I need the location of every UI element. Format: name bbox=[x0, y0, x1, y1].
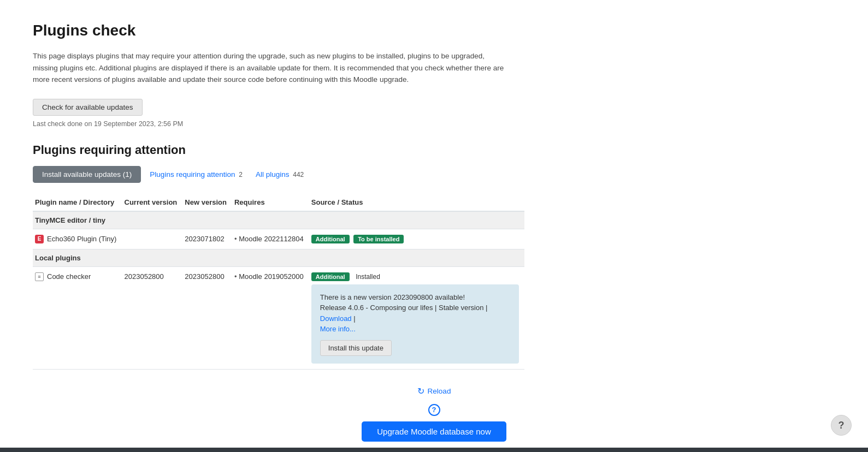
col-status: Source / Status bbox=[309, 194, 524, 211]
page-title: Plugins check bbox=[33, 22, 835, 39]
reload-label: Reload bbox=[428, 387, 451, 395]
col-new: New version bbox=[182, 194, 232, 211]
table-row: ≡ Code checker 2023052800 2023052800 Moo… bbox=[33, 266, 524, 369]
require-item: Moodle 2022112804 bbox=[234, 235, 304, 243]
tab-requiring-attention[interactable]: Plugins requiring attention 2 bbox=[144, 166, 248, 182]
col-current: Current version bbox=[122, 194, 183, 211]
tab-requiring-count: 2 bbox=[239, 171, 243, 179]
upgrade-moodle-button[interactable]: Upgrade Moodle database now bbox=[362, 421, 506, 442]
page-description: This page displays plugins that may requ… bbox=[33, 50, 508, 86]
status-echo360: Additional To be installed bbox=[309, 229, 524, 249]
last-check-text: Last check done on 19 September 2023, 2:… bbox=[33, 120, 835, 128]
badge-to-be-installed-echo360: To be installed bbox=[353, 235, 404, 243]
badge-additional-code-checker: Additional bbox=[311, 272, 350, 281]
update-new-version-text: There is a new version 2023090800 availa… bbox=[320, 292, 510, 303]
col-name: Plugin name / Directory bbox=[33, 194, 122, 211]
plugin-icon-echo360: E bbox=[35, 235, 44, 243]
badge-additional-echo360: Additional bbox=[311, 235, 350, 243]
download-link[interactable]: Download bbox=[320, 314, 352, 323]
require-item: Moodle 2019052000 bbox=[234, 272, 304, 281]
tab-all-plugins[interactable]: All plugins 442 bbox=[250, 166, 309, 182]
new-version-echo360: 2023071802 bbox=[182, 229, 232, 249]
plugin-name-code-checker: Code checker bbox=[47, 272, 91, 281]
plugins-table: Plugin name / Directory Current version … bbox=[33, 194, 524, 370]
update-box-code-checker: There is a new version 2023090800 availa… bbox=[311, 284, 519, 364]
plugin-icon-code-checker: ≡ bbox=[35, 272, 44, 281]
help-question-mark: ? bbox=[432, 406, 436, 414]
reload-icon: ↻ bbox=[417, 386, 424, 396]
plugins-requiring-title: Plugins requiring attention bbox=[33, 143, 835, 157]
install-update-button[interactable]: Install this update bbox=[320, 340, 392, 356]
status-code-checker: Additional Installed There is a new vers… bbox=[309, 266, 524, 369]
help-fab-label: ? bbox=[839, 420, 845, 431]
section-tinymce: TinyMCE editor / tiny bbox=[33, 211, 524, 229]
reload-section: ↻ Reload ? Upgrade Moodle database now bbox=[33, 386, 835, 442]
tabs-container: Install available updates (1) Plugins re… bbox=[33, 166, 835, 183]
help-icon-circle[interactable]: ? bbox=[428, 404, 440, 416]
help-fab-button[interactable]: ? bbox=[831, 415, 852, 436]
requires-code-checker: Moodle 2019052000 bbox=[234, 272, 304, 281]
tab-install-available[interactable]: Install available updates (1) bbox=[33, 166, 141, 183]
plugin-name-echo360: Echo360 Plugin (Tiny) bbox=[47, 235, 116, 243]
badge-installed-code-checker: Installed bbox=[356, 273, 380, 281]
current-version-code-checker: 2023052800 bbox=[122, 266, 183, 369]
new-version-code-checker: 2023052800 bbox=[182, 266, 232, 369]
table-row: E Echo360 Plugin (Tiny) 2023071802 Moodl… bbox=[33, 229, 524, 249]
col-requires: Requires bbox=[232, 194, 309, 211]
bottom-bar bbox=[0, 448, 868, 452]
reload-link[interactable]: ↻ Reload bbox=[417, 386, 451, 396]
current-version-echo360 bbox=[122, 229, 183, 249]
more-info-link[interactable]: More info... bbox=[320, 325, 356, 333]
tab-all-count: 442 bbox=[293, 171, 304, 179]
update-release-text: Release 4.0.6 - Composing our lifes | St… bbox=[320, 302, 510, 324]
section-local-plugins: Local plugins bbox=[33, 249, 524, 266]
requires-echo360: Moodle 2022112804 bbox=[234, 235, 304, 243]
check-updates-button[interactable]: Check for available updates bbox=[33, 99, 143, 116]
